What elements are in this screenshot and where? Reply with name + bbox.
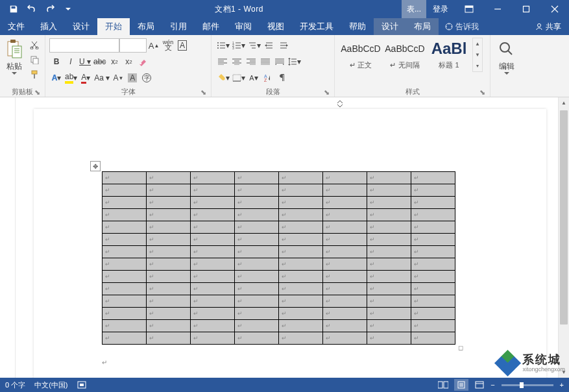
tab-table-design[interactable]: 设计: [374, 18, 406, 35]
table-cell[interactable]: ↵: [411, 246, 455, 258]
highlight-button[interactable]: ab ▾: [64, 71, 79, 85]
table-cell[interactable]: ↵: [235, 209, 279, 221]
table-cell[interactable]: ↵: [367, 172, 411, 184]
table-cell[interactable]: ↵: [103, 308, 147, 320]
table-cell[interactable]: ↵: [147, 234, 191, 246]
table-cell[interactable]: ↵: [411, 308, 455, 320]
style-no-spacing[interactable]: AaBbCcD↵ 无间隔: [383, 38, 427, 72]
italic-button[interactable]: I: [64, 55, 78, 69]
tab-help[interactable]: 帮助: [341, 18, 374, 35]
styles-launcher[interactable]: ⬊: [478, 88, 486, 96]
table-cell[interactable]: ↵: [103, 295, 147, 308]
table-cell[interactable]: ↵: [279, 172, 323, 184]
table-cell[interactable]: ↵: [103, 209, 147, 221]
web-layout-button[interactable]: [472, 379, 487, 391]
table-cell[interactable]: ↵: [411, 184, 455, 197]
table-cell[interactable]: ↵: [103, 332, 147, 345]
bullets-button[interactable]: ▾: [215, 38, 231, 53]
table-cell[interactable]: ↵: [147, 197, 191, 209]
underline-button[interactable]: U ▾: [78, 55, 92, 69]
shading-button[interactable]: ▾: [215, 71, 231, 85]
table-cell[interactable]: ↵: [147, 172, 191, 184]
multilevel-list-button[interactable]: ▾: [247, 38, 262, 53]
table-cell[interactable]: ↵: [279, 184, 323, 197]
table-cell[interactable]: ↵: [323, 308, 367, 320]
table-cell[interactable]: ↵: [235, 320, 279, 332]
justify-button[interactable]: [258, 55, 272, 69]
tab-insert[interactable]: 插入: [32, 18, 65, 35]
table-cell[interactable]: ↵: [279, 320, 323, 332]
editing-button[interactable]: 编辑: [493, 36, 520, 78]
table-cell[interactable]: ↵: [323, 184, 367, 197]
line-spacing-button[interactable]: ▾: [287, 55, 302, 69]
table-cell[interactable]: ↵: [235, 271, 279, 283]
phonetic-guide-button[interactable]: wén文: [161, 38, 175, 53]
table-cell[interactable]: ↵: [147, 295, 191, 308]
table-cell[interactable]: ↵: [367, 320, 411, 332]
increase-indent-button[interactable]: [276, 38, 291, 53]
table-cell[interactable]: ↵: [367, 332, 411, 345]
page-container[interactable]: ✥ ↵↵↵↵↵↵↵↵↵↵↵↵↵↵↵↵↵↵↵↵↵↵↵↵↵↵↵↵↵↵↵↵↵↵↵↵↵↵…: [16, 97, 558, 378]
table-cell[interactable]: ↵: [191, 197, 235, 209]
copy-button[interactable]: [27, 53, 42, 67]
table-cell[interactable]: ↵: [323, 271, 367, 283]
table-cell[interactable]: ↵: [411, 283, 455, 295]
table-cell[interactable]: ↵: [279, 234, 323, 246]
sort-button[interactable]: AZ: [261, 71, 275, 85]
table-cell[interactable]: ↵: [279, 246, 323, 258]
cut-button[interactable]: [27, 38, 42, 52]
table-cell[interactable]: ↵: [323, 197, 367, 209]
table-cell[interactable]: ↵: [279, 209, 323, 221]
qat-customize[interactable]: [60, 1, 77, 18]
table-cell[interactable]: ↵: [323, 209, 367, 221]
table-cell[interactable]: ↵: [191, 320, 235, 332]
character-shading-button[interactable]: A: [125, 71, 139, 85]
table-cell[interactable]: ↵: [367, 271, 411, 283]
ribbon-options-button[interactable]: [455, 0, 483, 18]
table-cell[interactable]: ↵: [103, 283, 147, 295]
decrease-indent-button[interactable]: [262, 38, 276, 53]
bold-button[interactable]: B: [49, 55, 64, 69]
table-cell[interactable]: ↵: [235, 221, 279, 234]
table-cell[interactable]: ↵: [323, 295, 367, 308]
change-case-button[interactable]: Aa ▾: [93, 71, 111, 85]
close-button[interactable]: [540, 0, 569, 18]
table-cell[interactable]: ↵: [191, 246, 235, 258]
table-cell[interactable]: ↵: [147, 283, 191, 295]
table-cell[interactable]: ↵: [235, 234, 279, 246]
table-cell[interactable]: ↵: [103, 320, 147, 332]
character-border-button[interactable]: A: [175, 38, 189, 53]
table-cell[interactable]: ↵: [279, 221, 323, 234]
zoom-out-button[interactable]: −: [490, 381, 494, 389]
table-cell[interactable]: ↵: [367, 283, 411, 295]
table-cell[interactable]: ↵: [279, 197, 323, 209]
table-cell[interactable]: ↵: [323, 221, 367, 234]
table-cell[interactable]: ↵: [279, 308, 323, 320]
table-cell[interactable]: ↵: [323, 246, 367, 258]
tell-me[interactable]: 告诉我: [439, 18, 485, 35]
show-hide-button[interactable]: [275, 71, 289, 85]
table-cell[interactable]: ↵: [103, 172, 147, 184]
table-cell[interactable]: ↵: [235, 332, 279, 345]
table-cell[interactable]: ↵: [411, 332, 455, 345]
table-cell[interactable]: ↵: [235, 172, 279, 184]
clipboard-launcher[interactable]: ⬊: [33, 88, 41, 96]
shrink-font-button[interactable]: A▼: [111, 71, 125, 85]
share-button[interactable]: 共享: [527, 18, 569, 35]
table-cell[interactable]: ↵: [191, 221, 235, 234]
table-cell[interactable]: ↵: [147, 221, 191, 234]
table-cell[interactable]: ↵: [367, 258, 411, 271]
print-layout-button[interactable]: [454, 379, 468, 391]
align-center-button[interactable]: [230, 55, 244, 69]
table-cell[interactable]: ↵: [147, 308, 191, 320]
tab-developer[interactable]: 开发工具: [292, 18, 341, 35]
page[interactable]: ✥ ↵↵↵↵↵↵↵↵↵↵↵↵↵↵↵↵↵↵↵↵↵↵↵↵↵↵↵↵↵↵↵↵↵↵↵↵↵↵…: [34, 109, 546, 378]
zoom-slider[interactable]: [502, 384, 553, 386]
borders-button[interactable]: ▾: [231, 71, 247, 85]
redo-button[interactable]: [42, 1, 58, 18]
maximize-button[interactable]: [512, 0, 540, 18]
clear-formatting-button[interactable]: [136, 55, 150, 69]
font-color-button[interactable]: A ▾: [79, 71, 93, 85]
table-cell[interactable]: ↵: [323, 320, 367, 332]
distributed-button[interactable]: [272, 55, 287, 69]
